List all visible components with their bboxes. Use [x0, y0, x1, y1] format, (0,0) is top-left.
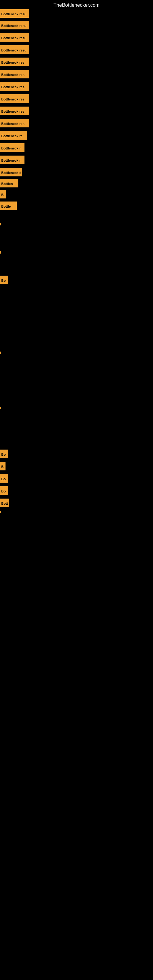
- bar-segment: [0, 223, 1, 225]
- bar-label: Bo: [0, 275, 8, 284]
- bar-label: Bottleneck resu: [0, 45, 29, 54]
- bar-segment: [0, 407, 1, 409]
- bar-label: Bo: [0, 486, 8, 495]
- bar-label: B: [0, 462, 5, 470]
- bar-segment: [0, 251, 1, 254]
- bar-label: Bottleneck res: [0, 94, 29, 103]
- list-item: Bottleneck res: [0, 70, 29, 78]
- list-item: Bo: [0, 450, 8, 458]
- bar-label: Bottleneck res: [0, 70, 29, 78]
- list-item: Bottleneck r: [0, 156, 24, 164]
- bar-label: Bottleneck resu: [0, 21, 29, 29]
- list-item: Bottleneck res: [0, 107, 29, 115]
- list-item: Bottle: [0, 202, 17, 210]
- bar-label: Bottleneck res: [0, 82, 29, 91]
- bar-label: Bo: [0, 474, 8, 483]
- bar-label: Bottlen: [0, 179, 18, 188]
- list-item: Bottleneck res: [0, 94, 29, 103]
- bar-label: Bottleneck res: [0, 107, 29, 115]
- list-item: Bottleneck d: [0, 168, 22, 177]
- list-item: Bo: [0, 474, 8, 483]
- bar-label: Bottleneck resu: [0, 9, 29, 18]
- bar-label: Bottleneck r: [0, 156, 24, 164]
- list-item: Bottleneck res: [0, 82, 29, 91]
- bar-label: Bottleneck res: [0, 119, 29, 127]
- bar-label: Bottleneck re: [0, 131, 27, 140]
- list-item: Bottleneck r: [0, 143, 24, 152]
- bar-label: Bottleneck r: [0, 143, 24, 152]
- bar-segment: [0, 352, 1, 354]
- list-item: Bott: [0, 499, 9, 507]
- list-item: Bottlen: [0, 179, 18, 188]
- list-item: Bo: [0, 275, 8, 284]
- list-item: Bottleneck res: [0, 57, 29, 66]
- bar-label: B: [0, 190, 6, 199]
- list-item: Bo: [0, 486, 8, 495]
- list-item: Bottleneck resu: [0, 21, 29, 29]
- list-item: [0, 511, 1, 513]
- bar-label: Bottle: [0, 202, 17, 210]
- list-item: Bottleneck resu: [0, 9, 29, 18]
- list-item: [0, 251, 1, 254]
- list-item: B: [0, 462, 5, 470]
- site-title: TheBottlenecker.com: [0, 0, 153, 10]
- list-item: [0, 407, 1, 409]
- bar-label: Bottleneck res: [0, 57, 29, 66]
- list-item: Bottleneck resu: [0, 45, 29, 54]
- list-item: Bottleneck re: [0, 131, 27, 140]
- list-item: Bottleneck res: [0, 119, 29, 127]
- bar-label: Bottleneck d: [0, 168, 22, 177]
- bar-label: Bottleneck resu: [0, 33, 29, 41]
- list-item: [0, 352, 1, 354]
- bar-label: Bo: [0, 450, 8, 458]
- bar-segment: [0, 511, 1, 513]
- list-item: B: [0, 190, 6, 199]
- list-item: Bottleneck resu: [0, 33, 29, 41]
- list-item: [0, 223, 1, 225]
- bar-label: Bott: [0, 499, 9, 507]
